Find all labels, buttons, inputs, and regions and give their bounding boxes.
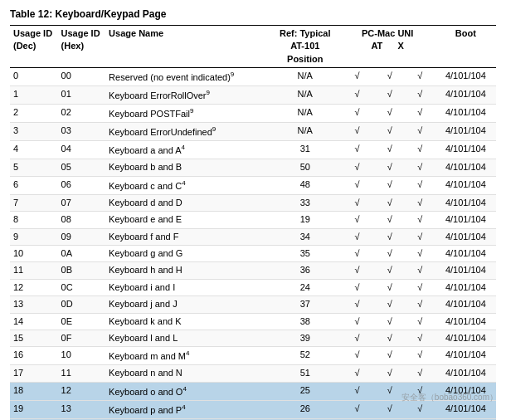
cell-pos: N/A (270, 123, 340, 141)
table-row: 1 01 Keyboard ErrorRollOver9 N/A √ √ √ 4… (10, 86, 496, 105)
table-row: 16 10 Keyboard m and M4 52 √ √ √ 4/101/1… (10, 347, 496, 365)
cell-hex: 09 (58, 228, 106, 245)
cell-mac: √ (374, 279, 405, 295)
table-row: 0 00 Reserved (no event indicated)9 N/A … (10, 68, 496, 86)
cell-at: √ (340, 382, 375, 400)
cell-mac: √ (374, 86, 405, 105)
cell-hex: 0E (58, 313, 106, 330)
cell-mac: √ (374, 194, 405, 211)
col-header-hex: Usage ID(Hex) (58, 26, 106, 68)
cell-dec: 2 (10, 105, 58, 123)
table-row: 13 0D Keyboard j and J 37 √ √ √ 4/101/10… (10, 296, 496, 313)
cell-uni: √ (405, 159, 435, 176)
cell-pos: 24 (270, 279, 340, 295)
cell-at: √ (340, 159, 375, 176)
cell-at: √ (340, 246, 375, 262)
cell-hex: 07 (58, 194, 106, 211)
cell-name: Keyboard POSTFail9 (105, 105, 270, 123)
cell-boot: 4/101/104 (435, 123, 496, 141)
cell-boot: 4/101/104 (435, 279, 496, 295)
cell-mac: √ (374, 105, 405, 123)
cell-hex: 11 (58, 365, 106, 382)
cell-hex: 03 (58, 123, 106, 141)
cell-uni: √ (405, 68, 435, 86)
cell-name: Keyboard ErrorRollOver9 (105, 86, 270, 105)
cell-boot: 4/101/104 (435, 159, 496, 176)
cell-pos: 50 (270, 159, 340, 176)
cell-pos: 33 (270, 194, 340, 211)
cell-pos: 35 (270, 246, 340, 262)
cell-name: Keyboard h and H (105, 262, 270, 279)
cell-uni: √ (405, 313, 435, 330)
cell-dec: 3 (10, 123, 58, 141)
cell-boot: 4/101/104 (435, 347, 496, 365)
cell-dec: 4 (10, 141, 58, 159)
table-row: 12 0C Keyboard i and I 24 √ √ √ 4/101/10… (10, 279, 496, 295)
cell-boot: 4/101/104 (435, 176, 496, 194)
cell-dec: 16 (10, 347, 58, 365)
cell-boot: 4/101/104 (435, 365, 496, 382)
cell-name: Keyboard n and N (105, 365, 270, 382)
cell-uni: √ (405, 212, 435, 228)
table-row: 8 08 Keyboard e and E 19 √ √ √ 4/101/104 (10, 212, 496, 228)
cell-mac: √ (374, 176, 405, 194)
cell-mac: √ (374, 313, 405, 330)
cell-mac: √ (374, 228, 405, 245)
cell-name: Keyboard j and J (105, 296, 270, 313)
cell-boot: 4/101/104 (435, 262, 496, 279)
table-row: 17 11 Keyboard n and N 51 √ √ √ 4/101/10… (10, 365, 496, 382)
cell-name: Keyboard k and K (105, 313, 270, 330)
cell-uni: √ (405, 228, 435, 245)
cell-uni: √ (405, 330, 435, 346)
cell-hex: 02 (58, 105, 106, 123)
cell-hex: 06 (58, 176, 106, 194)
cell-uni: √ (405, 262, 435, 279)
cell-mac: √ (374, 123, 405, 141)
cell-dec: 14 (10, 313, 58, 330)
cell-at: √ (340, 296, 375, 313)
cell-at: √ (340, 176, 375, 194)
cell-name: Keyboard p and P4 (105, 400, 270, 418)
table-title: Table 12: Keyboard/Keypad Page (10, 8, 496, 20)
col-header-ref: Ref: Typical AT-101Position (270, 26, 340, 68)
table-row: 2 02 Keyboard POSTFail9 N/A √ √ √ 4/101/… (10, 105, 496, 123)
cell-pos: N/A (270, 105, 340, 123)
cell-at: √ (340, 141, 375, 159)
cell-at: √ (340, 347, 375, 365)
cell-dec: 1 (10, 86, 58, 105)
cell-at: √ (340, 279, 375, 295)
cell-dec: 6 (10, 176, 58, 194)
table-row: 10 0A Keyboard g and G 35 √ √ √ 4/101/10… (10, 246, 496, 262)
col-header-name: Usage Name (105, 26, 270, 68)
cell-mac: √ (374, 141, 405, 159)
cell-uni: √ (405, 296, 435, 313)
cell-dec: 0 (10, 68, 58, 86)
cell-boot: 4/101/104 (435, 313, 496, 330)
data-table: Usage ID(Dec) Usage ID(Hex) Usage Name R… (10, 25, 496, 420)
cell-at: √ (340, 262, 375, 279)
table-row: 7 07 Keyboard d and D 33 √ √ √ 4/101/104 (10, 194, 496, 211)
cell-dec: 13 (10, 296, 58, 313)
table-row: 9 09 Keyboard f and F 34 √ √ √ 4/101/104 (10, 228, 496, 245)
cell-hex: 01 (58, 86, 106, 105)
cell-name: Keyboard b and B (105, 159, 270, 176)
table-row: 15 0F Keyboard l and L 39 √ √ √ 4/101/10… (10, 330, 496, 346)
cell-uni: √ (405, 176, 435, 194)
cell-hex: 0F (58, 330, 106, 346)
cell-pos: 19 (270, 212, 340, 228)
table-row: 11 0B Keyboard h and H 36 √ √ √ 4/101/10… (10, 262, 496, 279)
cell-at: √ (340, 86, 375, 105)
cell-boot: 4/101/104 (435, 86, 496, 105)
cell-pos: 39 (270, 330, 340, 346)
col-header-dec: Usage ID(Dec) (10, 26, 58, 68)
cell-uni: √ (405, 105, 435, 123)
cell-dec: 9 (10, 228, 58, 245)
cell-name: Keyboard d and D (105, 194, 270, 211)
cell-uni: √ (405, 194, 435, 211)
cell-mac: √ (374, 382, 405, 400)
cell-at: √ (340, 228, 375, 245)
cell-mac: √ (374, 296, 405, 313)
cell-boot: 4/101/104 (435, 68, 496, 86)
cell-name: Keyboard o and O4 (105, 382, 270, 400)
cell-at: √ (340, 212, 375, 228)
